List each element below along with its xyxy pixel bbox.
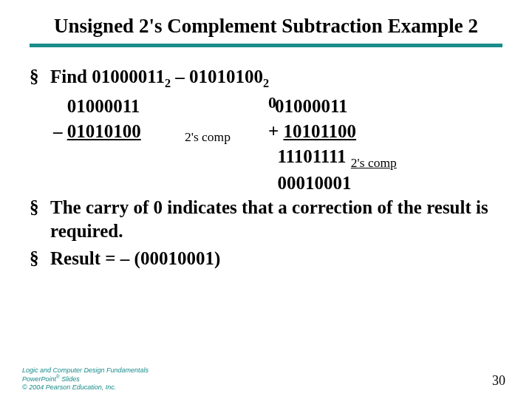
math-empty4: [50, 171, 182, 196]
math-b2c: + 10101100: [265, 119, 400, 146]
content-area: § Find 010000112 – 010101002 01000011 00…: [30, 65, 502, 270]
carry-0: 0: [268, 93, 276, 112]
bullet-icon: §: [30, 65, 50, 92]
math-empty5: [182, 171, 265, 196]
page-number: 30: [492, 373, 505, 389]
math-a-right: 001000011: [265, 95, 400, 119]
math-empty3: [182, 145, 265, 171]
find-num2: 01010100: [189, 66, 263, 86]
slide: Unsigned 2's Complement Subtraction Exam…: [0, 0, 532, 270]
math-empty1: [182, 95, 265, 119]
math-comp-label: 2's comp: [182, 119, 265, 146]
bullet-carry: § The carry of 0 indicates that a correc…: [30, 196, 502, 244]
bullet-find-text: Find 010000112 – 010101002: [50, 65, 502, 92]
find-mid: –: [171, 66, 189, 86]
footer-line1: Logic and Computer Design Fundamentals: [22, 366, 149, 375]
math-block: 01000011 001000011 – 01010100 2's comp +…: [50, 95, 502, 196]
math-final: 00010001: [265, 171, 400, 196]
bullet-result: § Result = – (00010001): [30, 247, 502, 271]
math-comp-label2: 2's comp: [351, 155, 397, 170]
footer-line3: © 2004 Pearson Education, Inc.: [22, 383, 149, 392]
bullet-icon: §: [30, 196, 50, 244]
bullet-find: § Find 010000112 – 010101002: [30, 65, 502, 92]
find-sub2: 2: [263, 77, 269, 90]
find-num1: 01000011: [92, 66, 165, 86]
math-b: – 01010100: [50, 119, 182, 146]
bullet-carry-text: The carry of 0 indicates that a correcti…: [50, 196, 502, 244]
bullet-result-text: Result = – (00010001): [50, 247, 502, 271]
math-table: 01000011 001000011 – 01010100 2's comp +…: [50, 95, 400, 196]
find-prefix: Find: [50, 66, 92, 86]
math-a: 01000011: [50, 95, 182, 119]
footer-line2: PowerPoint® Slides: [22, 374, 149, 383]
footer: Logic and Computer Design Fundamentals P…: [22, 366, 149, 392]
find-sub1: 2: [165, 77, 171, 90]
slide-title: Unsigned 2's Complement Subtraction Exam…: [30, 15, 502, 38]
bullet-icon: §: [30, 247, 50, 271]
title-rule: [30, 44, 502, 47]
math-empty2: [50, 145, 182, 171]
math-sum: 11101111 2's comp: [265, 145, 400, 171]
